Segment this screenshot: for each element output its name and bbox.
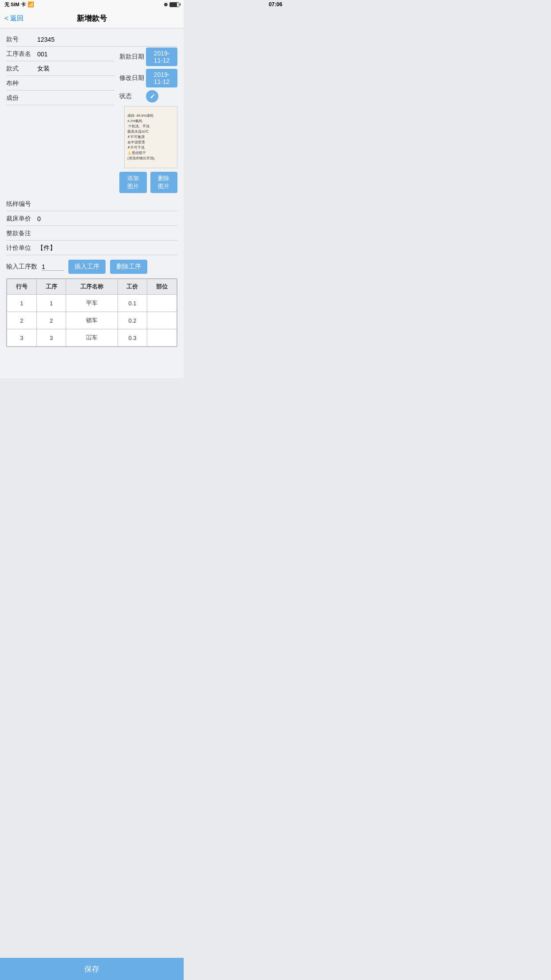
insert-process-button[interactable]: 插入工序: [68, 260, 106, 274]
bottom-spacer: [6, 347, 177, 374]
cell-gongjia: 0.1: [118, 295, 147, 312]
kuanhao-input[interactable]: [37, 36, 177, 43]
col-buwei: 部位: [147, 279, 177, 295]
col-gongxumingcheng: 工序名称: [66, 279, 118, 295]
nav-title: 新增款号: [77, 13, 107, 24]
kuanshi-row: 款式: [6, 62, 115, 76]
col-gongjia: 工价: [118, 279, 147, 295]
input-count-label: 输入工序数: [6, 263, 37, 271]
battery-icon: [169, 2, 179, 7]
table-body: 1 1 平车 0.1 2 2 锁车 0.2 3 3 冚车 0.3: [7, 295, 177, 347]
cell-buwei: [147, 329, 177, 347]
right-col: 新款日期 2019-11-12 修改日期 2019-11-12 状态 ✓ 成份:…: [119, 47, 177, 197]
cell-buwei: [147, 295, 177, 312]
cell-gongxu: 3: [36, 329, 66, 347]
caichuang-label: 裁床单价: [6, 215, 37, 223]
chengfen-input[interactable]: [37, 95, 115, 102]
carrier-text: 无 SIM 卡: [4, 1, 26, 8]
process-table-container: 行号 工序 工序名称 工价 部位 1 1 平车 0.1 2 2 锁车 0.2 3…: [6, 278, 177, 347]
xinkuan-date-label: 新款日期: [119, 53, 146, 61]
caichuang-input[interactable]: [37, 215, 177, 222]
fabric-line6: ♨中温熨烫: [127, 140, 145, 145]
table-row[interactable]: 2 2 锁车 0.2: [7, 312, 177, 329]
zhengkuan-label: 整款备注: [6, 229, 37, 237]
fabric-line1: 成份: 95.8%涤纶: [127, 113, 153, 119]
fabric-line5: ✗不可氯漂: [127, 134, 145, 140]
buzhong-label: 布种: [6, 79, 37, 87]
nav-bar: < 返回 新增款号: [0, 9, 184, 28]
kuanhao-row: 款号: [6, 33, 177, 47]
cell-hang: 3: [7, 329, 37, 347]
cell-gongjia: 0.2: [118, 312, 147, 329]
cell-gongxumingcheng: 平车: [66, 295, 118, 312]
process-table: 行号 工序 工序名称 工价 部位 1 1 平车 0.1 2 2 锁车 0.2 3…: [7, 279, 177, 347]
fabric-image-area: 成份: 95.8%涤纶 4.2%氨纶 🚿机洗、手洗 最高水温30℃ ✗不可氯漂 …: [124, 106, 177, 168]
chengfen-label: 成份: [6, 94, 37, 102]
add-image-button[interactable]: 添加图片: [119, 172, 147, 193]
kuanhao-label: 款号: [6, 36, 37, 43]
table-row[interactable]: 3 3 冚车 0.3: [7, 329, 177, 347]
zhuangtai-label: 状态: [119, 92, 146, 100]
zhiyangbianhao-row: 纸样编号: [6, 198, 177, 211]
cell-gongjia: 0.3: [118, 329, 147, 347]
xiugai-date-label: 修改日期: [119, 74, 146, 82]
status-right: ⊕: [164, 2, 179, 8]
back-button[interactable]: < 返回: [4, 14, 24, 23]
xinkuan-date-row: 新款日期 2019-11-12: [119, 47, 177, 66]
status-check[interactable]: ✓: [146, 90, 158, 103]
image-buttons: 添加图片 删除图片: [119, 172, 177, 193]
delete-process-button[interactable]: 删除工序: [110, 260, 147, 274]
caichuang-row: 裁床单价: [6, 212, 177, 226]
table-header-row: 行号 工序 工序名称 工价 部位: [7, 279, 177, 295]
delete-image-button[interactable]: 删除图片: [150, 172, 178, 193]
xiugai-date-row: 修改日期 2019-11-12: [119, 69, 177, 87]
xinkuan-date-value[interactable]: 2019-11-12: [146, 47, 177, 66]
table-row[interactable]: 1 1 平车 0.1: [7, 295, 177, 312]
cell-gongxu: 1: [36, 295, 66, 312]
status-bar: 无 SIM 卡 📶 07:06 ⊕: [0, 0, 184, 9]
main-content: 款号 工序表名 款式 布种 成份 新款日: [0, 28, 184, 378]
col-gongxu: 工序: [36, 279, 66, 295]
buzhong-input[interactable]: [37, 80, 115, 87]
chengfen-row: 成份: [6, 91, 115, 105]
gongxu-biaoming-row: 工序表名: [6, 47, 115, 61]
gongxu-biaoming-label: 工序表名: [6, 50, 37, 58]
fabric-line9: (深浅衣物分开洗): [127, 156, 154, 161]
fabric-line8: 🪝悬挂晾干: [127, 150, 146, 156]
lock-icon: ⊕: [164, 2, 168, 8]
fabric-line2: 4.2%氨纶: [127, 119, 142, 124]
fabric-line4: 最高水温30℃: [127, 129, 149, 134]
cell-buwei: [147, 312, 177, 329]
status-row: 状态 ✓: [119, 90, 177, 103]
wifi-icon: 📶: [28, 1, 34, 8]
kuanshi-input[interactable]: [37, 65, 115, 72]
two-col-section: 工序表名 款式 布种 成份 新款日期 2019-11-12: [6, 47, 177, 197]
jijiadanwei-row: 计价单位: [6, 241, 177, 255]
xiugai-date-value[interactable]: 2019-11-12: [146, 69, 177, 87]
input-count-input[interactable]: [42, 263, 64, 271]
input-count-row: 输入工序数 插入工序 删除工序: [6, 260, 177, 274]
buzhong-row: 布种: [6, 77, 115, 91]
zhengkuan-row: 整款备注: [6, 227, 177, 241]
gongxu-biaoming-input[interactable]: [37, 51, 115, 58]
zhengkuan-input[interactable]: [37, 230, 177, 237]
checkmark-icon: ✓: [150, 92, 155, 101]
fabric-line7: ✗不可干洗: [127, 145, 145, 150]
status-left: 无 SIM 卡 📶: [4, 1, 34, 8]
cell-hang: 1: [7, 295, 37, 312]
fabric-line3: 🚿机洗、手洗: [127, 124, 150, 129]
kuanshi-label: 款式: [6, 65, 37, 73]
cell-gongxumingcheng: 冚车: [66, 329, 118, 347]
jijiadanwei-label: 计价单位: [6, 244, 37, 252]
jijiadanwei-input[interactable]: [37, 245, 177, 252]
cell-gongxu: 2: [36, 312, 66, 329]
col-hang: 行号: [7, 279, 37, 295]
zhiyangbianhao-input[interactable]: [37, 201, 177, 208]
fabric-label: 成份: 95.8%涤纶 4.2%氨纶 🚿机洗、手洗 最高水温30℃ ✗不可氯漂 …: [125, 107, 177, 168]
left-col: 工序表名 款式 布种 成份: [6, 47, 115, 197]
cell-hang: 2: [7, 312, 37, 329]
zhiyangbianhao-label: 纸样编号: [6, 200, 37, 208]
cell-gongxumingcheng: 锁车: [66, 312, 118, 329]
